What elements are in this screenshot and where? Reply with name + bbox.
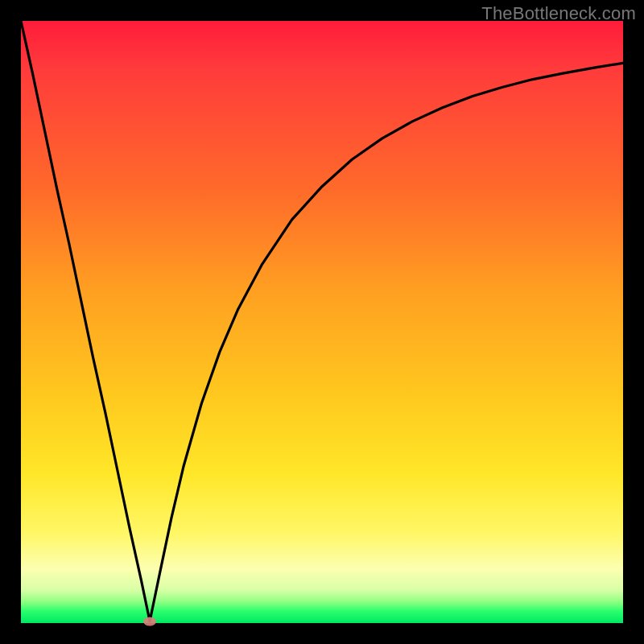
chart-frame: TheBottleneck.com — [0, 0, 644, 644]
minimum-marker — [143, 617, 156, 625]
curve-path — [21, 21, 623, 621]
bottleneck-curve — [21, 21, 623, 623]
plot-area — [21, 21, 623, 623]
